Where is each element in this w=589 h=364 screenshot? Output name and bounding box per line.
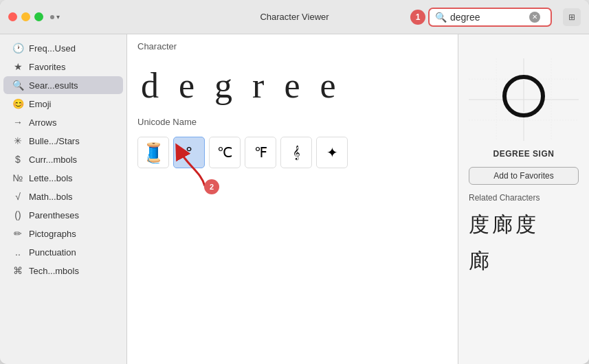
search-box[interactable]: 🔍 ✕ xyxy=(428,8,552,27)
char-cell-celsius[interactable]: ℃ xyxy=(209,137,241,168)
window-title: Character Viewer xyxy=(260,12,329,22)
sidebar-item-label: Sear...esults xyxy=(29,80,115,91)
bullets-stars-icon: ✳ xyxy=(12,135,24,146)
tech-symbols-icon: ⌘ xyxy=(12,265,24,276)
char-name: DEGREE SIGN xyxy=(469,149,579,159)
close-button[interactable] xyxy=(8,12,17,21)
pictographs-icon: ✏ xyxy=(12,228,24,239)
related-characters-row2: 廊 xyxy=(469,247,579,275)
favorites-icon: ★ xyxy=(12,61,24,72)
chevron-down-icon: ▾ xyxy=(56,13,60,21)
emoji-icon: 😊 xyxy=(12,98,24,109)
sidebar-item-bullets-stars[interactable]: ✳ Bulle.../Stars xyxy=(3,132,123,150)
char-cell-spool[interactable]: 🧵 xyxy=(137,137,169,168)
main-content: 🕐 Freq...Used ★ Favorites 🔍 Sear...esult… xyxy=(0,34,589,364)
add-to-favorites-button[interactable]: Add to Favorites xyxy=(469,167,579,185)
sidebar-item-punctuation[interactable]: .. Punctuation xyxy=(3,243,123,261)
characters-grid: 🧵 ° ℃ ℉ 𝄞 ✦ xyxy=(127,130,458,175)
grid-view-icon[interactable]: ⊞ xyxy=(563,8,581,26)
char-cell-degree[interactable]: ° xyxy=(173,137,205,168)
sidebar-item-label: Tech...mbols xyxy=(29,266,115,276)
related-char-1[interactable]: 廊 xyxy=(492,211,513,239)
search-badge: 1 xyxy=(410,10,425,25)
character-viewer-window: ▾ Character Viewer 1 🔍 ✕ ⊞ 🕐 Freq...Used xyxy=(0,0,589,364)
char-cell-special1[interactable]: 𝄞 xyxy=(280,137,312,168)
titlebar-right: 1 🔍 ✕ ⊞ xyxy=(410,8,581,27)
sidebar-item-label: Favorites xyxy=(29,62,115,72)
related-char-3[interactable]: 廊 xyxy=(469,247,489,275)
center-panel: Character d e g r e e Unicode Name 🧵 ° ℃… xyxy=(127,34,458,364)
characters-header: Character xyxy=(127,34,458,55)
sidebar-item-currency[interactable]: $ Curr...mbols xyxy=(3,150,123,168)
traffic-lights xyxy=(8,12,43,21)
math-icon: √ xyxy=(12,191,24,202)
currency-icon: $ xyxy=(12,154,24,165)
sidebar-item-search-results[interactable]: 🔍 Sear...esults xyxy=(3,76,123,94)
sidebar-item-label: Curr...mbols xyxy=(29,155,115,165)
sidebar-item-parentheses[interactable]: () Parentheses xyxy=(3,206,123,224)
search-input[interactable] xyxy=(450,12,526,23)
char-cell-special2[interactable]: ✦ xyxy=(316,137,348,168)
sidebar-item-arrows[interactable]: → Arrows xyxy=(3,113,123,131)
sidebar-item-label: Bulle.../Stars xyxy=(29,136,115,146)
sidebar-item-label: Freq...Used xyxy=(29,43,115,54)
annotation-badge-2: 2 xyxy=(204,179,219,194)
sidebar-item-math[interactable]: √ Math...bols xyxy=(3,187,123,205)
search-results-icon: 🔍 xyxy=(12,80,24,91)
related-characters-grid: 度 廊 度 xyxy=(469,211,579,239)
sidebar-item-tech-symbols[interactable]: ⌘ Tech...mbols xyxy=(3,262,123,280)
sidebar-item-emoji[interactable]: 😊 Emoji xyxy=(3,95,123,113)
freq-used-icon: 🕐 xyxy=(12,43,24,54)
minimize-button[interactable] xyxy=(21,12,30,21)
right-panel: DEGREE SIGN Add to Favorites Related Cha… xyxy=(458,34,589,364)
sidebar-item-label: Math...bols xyxy=(29,192,115,202)
arrows-icon: → xyxy=(12,117,24,128)
view-dot-icon xyxy=(50,15,54,19)
sidebar-item-pictographs[interactable]: ✏ Pictographs xyxy=(3,225,123,242)
punctuation-icon: .. xyxy=(12,247,24,258)
parentheses-icon: () xyxy=(12,209,24,220)
view-toggle[interactable]: ▾ xyxy=(50,13,60,21)
related-char-2[interactable]: 度 xyxy=(515,211,536,239)
sidebar-item-favorites[interactable]: ★ Favorites xyxy=(3,58,123,76)
sidebar: 🕐 Freq...Used ★ Favorites 🔍 Sear...esult… xyxy=(0,34,127,364)
sidebar-item-label: Arrows xyxy=(29,117,115,128)
sidebar-item-label: Parentheses xyxy=(29,210,115,220)
related-characters-label: Related Characters xyxy=(469,193,579,203)
preview-grid xyxy=(469,58,579,141)
titlebar: ▾ Character Viewer 1 🔍 ✕ ⊞ xyxy=(0,0,589,34)
sidebar-item-letterlike[interactable]: № Lette...bols xyxy=(3,169,123,187)
characters-preview: d e g r e e xyxy=(127,55,458,113)
search-clear-button[interactable]: ✕ xyxy=(529,12,540,23)
char-cell-fahrenheit[interactable]: ℉ xyxy=(245,137,276,168)
unicode-name-label: Unicode Name xyxy=(127,113,458,130)
sidebar-item-label: Lette...bols xyxy=(29,173,115,183)
search-icon: 🔍 xyxy=(435,12,447,23)
preview-area xyxy=(469,45,579,141)
letterlike-icon: № xyxy=(12,172,24,183)
sidebar-item-freq-used[interactable]: 🕐 Freq...Used xyxy=(3,39,123,57)
maximize-button[interactable] xyxy=(34,12,43,21)
sidebar-item-label: Emoji xyxy=(29,99,115,109)
related-char-0[interactable]: 度 xyxy=(469,211,489,239)
sidebar-item-label: Punctuation xyxy=(29,247,115,258)
sidebar-item-label: Pictographs xyxy=(29,229,115,239)
